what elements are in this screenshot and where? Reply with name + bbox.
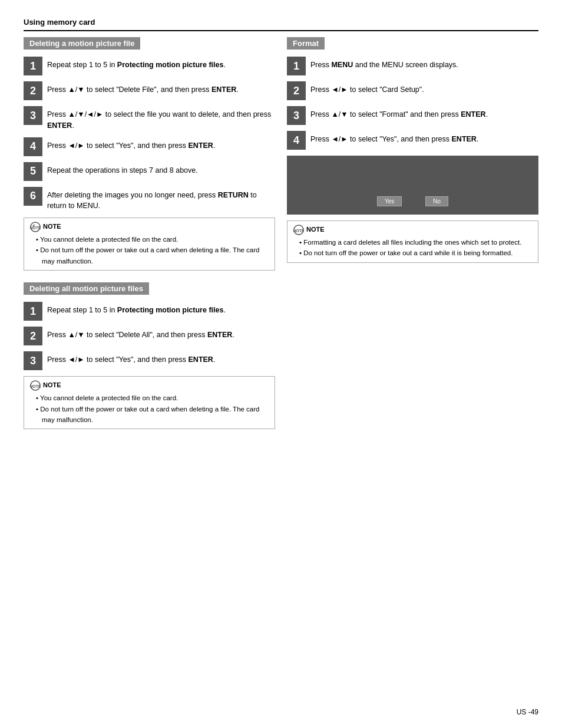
all-step-1: 1 Repeat step 1 to 5 in Protecting motio… bbox=[24, 302, 275, 321]
section-delete-all-title: Deleting all motion picture files bbox=[24, 282, 149, 295]
note-icon-2: NOTE bbox=[30, 380, 41, 391]
step-num-2: 2 bbox=[24, 81, 42, 100]
step-text-2: Press ▲/▼ to select "Delete File", and t… bbox=[47, 81, 239, 95]
note-header-2: NOTE NOTE bbox=[30, 380, 269, 391]
note-icon-1: NOTE bbox=[30, 222, 41, 232]
fmt-step-text-3: Press ▲/▼ to select "Format" and then pr… bbox=[310, 106, 488, 120]
svg-text:NOTE: NOTE bbox=[30, 226, 41, 230]
all-step-text-3: Press ◄/► to select "Yes", and then pres… bbox=[47, 351, 215, 365]
fmt-step-1: 1 Press MENU and the MENU screen display… bbox=[287, 57, 538, 75]
fmt-step-num-3: 3 bbox=[287, 106, 306, 125]
all-step-num-3: 3 bbox=[24, 351, 42, 370]
step-num-3: 3 bbox=[24, 106, 42, 125]
note-bullet-1-1: • You cannot delete a protected file on … bbox=[36, 234, 269, 245]
section-delete-single-title: Deleting a motion picture file bbox=[24, 37, 140, 50]
step-text-4: Press ◄/► to select "Yes", and then pres… bbox=[47, 137, 215, 151]
fmt-step-num-2: 2 bbox=[287, 81, 306, 100]
fmt-step-num-4: 4 bbox=[287, 131, 306, 150]
step-2: 2 Press ▲/▼ to select "Delete File", and… bbox=[24, 81, 275, 100]
section-delete-all: Deleting all motion picture files 1 Repe… bbox=[24, 282, 275, 429]
step-text-3: Press ▲/▼/◄/► to select the file you wan… bbox=[47, 106, 275, 131]
svg-text:NOTE: NOTE bbox=[30, 384, 41, 388]
note-header-3: NOTE NOTE bbox=[293, 225, 532, 235]
note-bullet-2-1: • You cannot delete a protected file on … bbox=[36, 393, 269, 403]
all-step-3: 3 Press ◄/► to select "Yes", and then pr… bbox=[24, 351, 275, 370]
section-format: Format 1 Press MENU and the MENU screen … bbox=[287, 37, 538, 263]
note-format: NOTE NOTE • Formatting a card deletes al… bbox=[287, 220, 538, 263]
step-6: 6 After deleting the images you no longe… bbox=[24, 187, 275, 212]
section-delete-single: Deleting a motion picture file 1 Repeat … bbox=[24, 37, 275, 271]
two-column-layout: Deleting a motion picture file 1 Repeat … bbox=[24, 37, 538, 435]
step-num-4: 4 bbox=[24, 137, 42, 156]
fmt-step-text-2: Press ◄/► to select "Card Setup". bbox=[310, 81, 424, 95]
note-bullet-3-1: • Formatting a card deletes all files in… bbox=[299, 237, 532, 248]
format-no-button: No bbox=[425, 196, 448, 206]
fmt-step-text-1: Press MENU and the MENU screen displays. bbox=[310, 57, 458, 71]
page: Using memory card Deleting a motion pict… bbox=[0, 0, 562, 728]
svg-text:NOTE: NOTE bbox=[293, 229, 304, 233]
note-delete-all: NOTE NOTE • You cannot delete a protecte… bbox=[24, 376, 275, 429]
step-4: 4 Press ◄/► to select "Yes", and then pr… bbox=[24, 137, 275, 156]
fmt-step-num-1: 1 bbox=[287, 57, 306, 75]
all-step-num-2: 2 bbox=[24, 327, 42, 345]
step-3: 3 Press ▲/▼/◄/► to select the file you w… bbox=[24, 106, 275, 131]
step-num-1: 1 bbox=[24, 57, 42, 75]
note-bullet-3-2: • Do not turn off the power or take out … bbox=[299, 248, 532, 258]
note-icon-3: NOTE bbox=[293, 225, 304, 235]
step-1: 1 Repeat step 1 to 5 in Protecting motio… bbox=[24, 57, 275, 75]
note-header-1: NOTE NOTE bbox=[30, 222, 269, 232]
fmt-step-4: 4 Press ◄/► to select "Yes", and then pr… bbox=[287, 131, 538, 150]
format-screen: Yes No bbox=[287, 156, 538, 215]
step-text-1: Repeat step 1 to 5 in Protecting motion … bbox=[47, 57, 226, 71]
step-text-6: After deleting the images you no longer … bbox=[47, 187, 275, 212]
fmt-step-2: 2 Press ◄/► to select "Card Setup". bbox=[287, 81, 538, 100]
note-bullet-2-2: • Do not turn off the power or take out … bbox=[36, 404, 269, 426]
all-step-text-2: Press ▲/▼ to select "Delete All", and th… bbox=[47, 327, 234, 341]
fmt-step-3: 3 Press ▲/▼ to select "Format" and then … bbox=[287, 106, 538, 125]
all-step-num-1: 1 bbox=[24, 302, 42, 321]
page-number: US -49 bbox=[517, 708, 538, 716]
step-5: 5 Repeat the operations in steps 7 and 8… bbox=[24, 162, 275, 181]
fmt-step-text-4: Press ◄/► to select "Yes", and then pres… bbox=[310, 131, 478, 145]
note-bullet-1-2: • Do not turn off the power or take out … bbox=[36, 245, 269, 266]
section-format-title: Format bbox=[287, 37, 325, 50]
all-step-text-1: Repeat step 1 to 5 in Protecting motion … bbox=[47, 302, 226, 316]
all-step-2: 2 Press ▲/▼ to select "Delete All", and … bbox=[24, 327, 275, 345]
step-text-5: Repeat the operations in steps 7 and 8 a… bbox=[47, 162, 198, 176]
note-delete-single: NOTE NOTE • You cannot delete a protecte… bbox=[24, 218, 275, 271]
step-num-5: 5 bbox=[24, 162, 42, 181]
page-title: Using memory card bbox=[24, 18, 538, 31]
right-column: Format 1 Press MENU and the MENU screen … bbox=[287, 37, 538, 435]
step-num-6: 6 bbox=[24, 187, 42, 206]
left-column: Deleting a motion picture file 1 Repeat … bbox=[24, 37, 275, 435]
format-yes-button: Yes bbox=[377, 196, 402, 206]
